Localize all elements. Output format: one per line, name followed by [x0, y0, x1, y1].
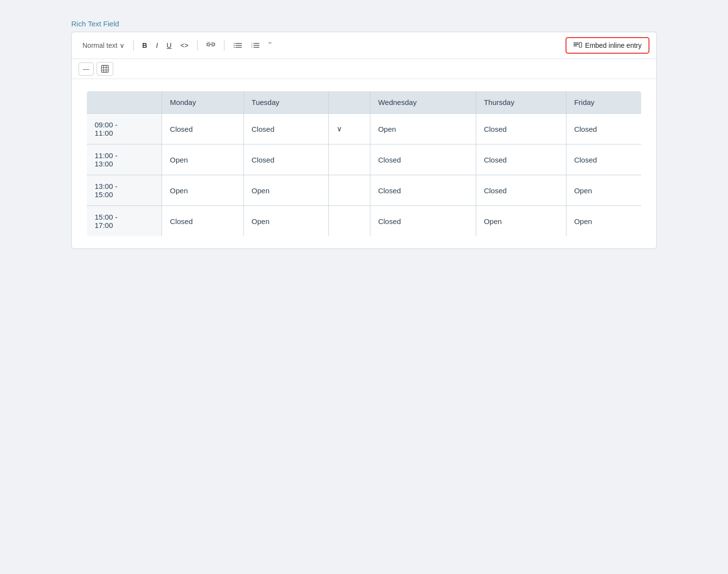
cell-tuesday: Open: [243, 206, 328, 237]
cell-col3: ∨: [328, 114, 370, 144]
header-tuesday: Tuesday: [243, 91, 328, 114]
svg-text:3: 3: [251, 46, 253, 48]
embed-inline-entry-button[interactable]: Embed inline entry: [566, 37, 649, 54]
divider-2: [197, 40, 198, 51]
cell-col3: [328, 175, 370, 206]
divider-1: [133, 40, 134, 51]
field-label: Rich Text Field: [71, 20, 657, 28]
quote-button[interactable]: ": [264, 38, 275, 53]
bullet-list-button[interactable]: [229, 40, 246, 51]
embed-btn-label: Embed inline entry: [585, 41, 642, 49]
cell-thursday: Open: [476, 206, 566, 237]
embed-icon: [573, 42, 582, 49]
cell-time: 09:00 -11:00: [87, 114, 162, 144]
cell-col3: [328, 206, 370, 237]
table-row: 09:00 -11:00 Closed Closed ∨ Open Closed…: [87, 114, 642, 144]
format-label: Normal text: [82, 41, 118, 49]
cell-friday: Open: [566, 175, 641, 206]
table-header-row: Monday Tuesday Wednesday Thursday Friday: [87, 91, 642, 114]
cell-tuesday: Open: [243, 175, 328, 206]
cell-monday: Closed: [162, 206, 243, 237]
text-format-group: B I U <>: [139, 39, 193, 52]
numbered-list-button[interactable]: 1 2 3: [247, 40, 263, 51]
cell-friday: Open: [566, 206, 641, 237]
svg-rect-15: [579, 42, 582, 47]
rich-text-editor: Normal text ∨ B I U <>: [71, 32, 657, 249]
cell-wednesday: Closed: [370, 206, 476, 237]
numbered-list-icon: 1 2 3: [251, 42, 260, 49]
header-friday: Friday: [566, 91, 641, 114]
format-select[interactable]: Normal text ∨: [79, 39, 128, 52]
header-time: [87, 91, 162, 114]
svg-rect-0: [234, 43, 235, 44]
cell-time: 15:00 -17:00: [87, 206, 162, 237]
bold-button[interactable]: B: [139, 39, 151, 52]
cell-friday: Closed: [566, 114, 641, 144]
cell-col3: [328, 144, 370, 175]
schedule-table: Monday Tuesday Wednesday Thursday Friday…: [86, 91, 642, 237]
divider-3: [224, 40, 224, 51]
header-col3: [328, 91, 370, 114]
svg-rect-16: [101, 65, 108, 72]
header-wednesday: Wednesday: [370, 91, 476, 114]
bullet-list-icon: [233, 42, 242, 49]
link-icon: [206, 42, 215, 49]
table-icon: [101, 65, 109, 73]
cell-thursday: Closed: [476, 144, 566, 175]
table-row: 15:00 -17:00 Closed Open Closed Open Ope…: [87, 206, 642, 237]
divider-insert-button[interactable]: —: [79, 62, 94, 76]
table-insert-button[interactable]: [97, 62, 113, 76]
chevron-down-icon: ∨: [120, 41, 124, 49]
format-group: Normal text ∨: [79, 39, 128, 52]
table-row: 13:00 -15:00 Open Open Closed Closed Ope…: [87, 175, 642, 206]
cell-wednesday: Open: [370, 114, 476, 144]
cell-monday: Closed: [162, 114, 243, 144]
cell-monday: Open: [162, 144, 243, 175]
cell-thursday: Closed: [476, 114, 566, 144]
toolbar: Normal text ∨ B I U <>: [72, 32, 656, 59]
toolbar-row2: —: [72, 59, 656, 79]
cell-wednesday: Closed: [370, 144, 476, 175]
cell-friday: Closed: [566, 144, 641, 175]
link-group: [202, 40, 219, 51]
cell-wednesday: Closed: [370, 175, 476, 206]
cell-tuesday: Closed: [243, 114, 328, 144]
table-row: 11:00 -13:00 Open Closed Closed Closed C…: [87, 144, 642, 175]
cell-time: 11:00 -13:00: [87, 144, 162, 175]
editor-content: Monday Tuesday Wednesday Thursday Friday…: [72, 79, 656, 248]
cell-monday: Open: [162, 175, 243, 206]
cell-thursday: Closed: [476, 175, 566, 206]
svg-rect-2: [234, 47, 235, 48]
link-button[interactable]: [202, 40, 219, 51]
cell-time: 13:00 -15:00: [87, 175, 162, 206]
italic-button[interactable]: I: [152, 39, 162, 52]
underline-button[interactable]: U: [163, 39, 176, 52]
svg-rect-1: [234, 45, 235, 46]
cell-tuesday: Closed: [243, 144, 328, 175]
header-monday: Monday: [162, 91, 243, 114]
header-thursday: Thursday: [476, 91, 566, 114]
list-group: 1 2 3 ": [229, 38, 275, 53]
code-button[interactable]: <>: [177, 39, 192, 52]
